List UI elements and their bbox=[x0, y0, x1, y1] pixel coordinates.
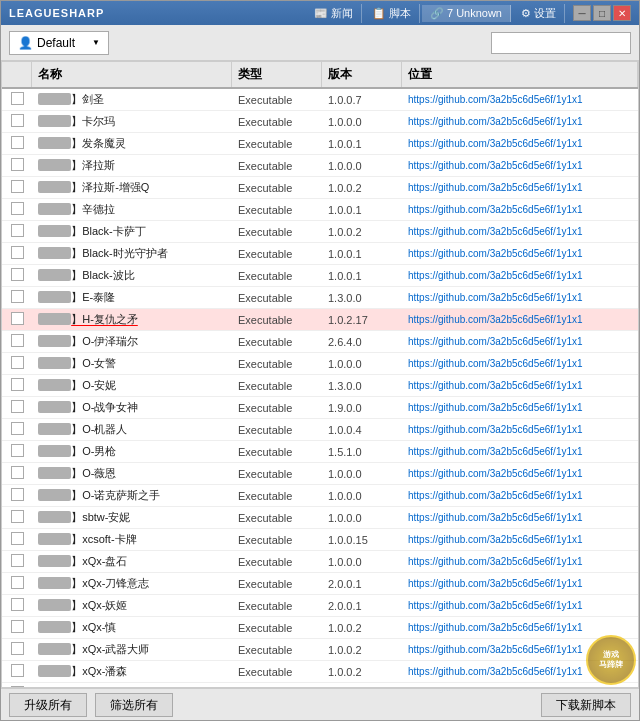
row-location[interactable]: https://github.com/3a2b5c6d5e6f/1y1x1 bbox=[402, 620, 638, 635]
row-location[interactable]: https://github.com/3a2b5c6d5e6f/1y1x1 bbox=[402, 466, 638, 481]
row-location[interactable]: https://github.com/3a2b5c6d5e6f/1y1x1 bbox=[402, 356, 638, 371]
table-row[interactable]: ████】xQx-武器大师Executable1.0.0.2https://gi… bbox=[2, 639, 638, 661]
row-location[interactable]: https://github.com/3a2b5c6d5e6f/1y1x1 bbox=[402, 400, 638, 415]
row-checkbox[interactable] bbox=[2, 376, 32, 395]
row-location[interactable]: https://github.com/3a2b5c6d5e6f/1y1x1 bbox=[402, 224, 638, 239]
row-checkbox[interactable] bbox=[2, 552, 32, 571]
table-row[interactable]: ████】O-诺克萨斯之手Executable1.0.0.0https://gi… bbox=[2, 485, 638, 507]
table-row[interactable]: ████】H-复仇之矛Executable1.0.2.17https://git… bbox=[2, 309, 638, 331]
download-new-button[interactable]: 下载新脚本 bbox=[541, 693, 631, 717]
row-checkbox[interactable] bbox=[2, 530, 32, 549]
nav-scripts[interactable]: 📋 脚本 bbox=[364, 4, 420, 23]
row-location[interactable]: https://github.com/3a2b5c6d5e6f/1y1x1 bbox=[402, 444, 638, 459]
row-location[interactable]: https://github.com/3a2b5c6d5e6f/1y1x1 bbox=[402, 488, 638, 503]
table-row[interactable]: ████】xQx-刀锋意志Executable2.0.0.1https://gi… bbox=[2, 573, 638, 595]
row-checkbox[interactable] bbox=[2, 574, 32, 593]
row-checkbox[interactable] bbox=[2, 310, 32, 329]
nav-unknown[interactable]: 🔗 7 Unknown bbox=[422, 5, 511, 22]
table-row[interactable]: ████】Black-时光守护者Executable1.0.0.1https:/… bbox=[2, 243, 638, 265]
row-location[interactable]: https://github.com/3a2b5c6d5e6f/1y1x1 bbox=[402, 532, 638, 547]
row-name: ████】卡尔玛 bbox=[32, 112, 232, 131]
row-location[interactable]: https://github.com/3a2b5c6d5e6f/1y1x1 bbox=[402, 642, 638, 657]
row-checkbox[interactable] bbox=[2, 508, 32, 527]
table-row[interactable]: ████】泽拉斯Executable1.0.0.0https://github.… bbox=[2, 155, 638, 177]
minimize-button[interactable]: ─ bbox=[573, 5, 591, 21]
table-row[interactable]: ████】O-机器人Executable1.0.0.4https://githu… bbox=[2, 419, 638, 441]
filter-all-button[interactable]: 筛选所有 bbox=[95, 693, 173, 717]
row-checkbox[interactable] bbox=[2, 112, 32, 131]
row-checkbox[interactable] bbox=[2, 596, 32, 615]
table-row[interactable]: ████】Black-波比Executable1.0.0.1https://gi… bbox=[2, 265, 638, 287]
table-row[interactable]: ████】xQx-泽之Executable1.0.0.2https://gith… bbox=[2, 683, 638, 687]
table-row[interactable]: ████】O-安妮Executable1.3.0.0https://github… bbox=[2, 375, 638, 397]
table-row[interactable]: ████】O-男枪Executable1.5.1.0https://github… bbox=[2, 441, 638, 463]
row-location[interactable]: https://github.com/3a2b5c6d5e6f/1y1x1 bbox=[402, 510, 638, 525]
row-checkbox[interactable] bbox=[2, 398, 32, 417]
row-location[interactable]: https://github.com/3a2b5c6d5e6f/1y1x1 bbox=[402, 290, 638, 305]
row-location[interactable]: https://github.com/3a2b5c6d5e6f/1y1x1 bbox=[402, 114, 638, 129]
row-checkbox[interactable] bbox=[2, 618, 32, 637]
table-row[interactable]: ████】Black-卡萨丁Executable1.0.0.2https://g… bbox=[2, 221, 638, 243]
row-location[interactable]: https://github.com/3a2b5c6d5e6f/1y1x1 bbox=[402, 246, 638, 261]
row-location[interactable]: https://github.com/3a2b5c6d5e6f/1y1x1 bbox=[402, 598, 638, 613]
row-checkbox[interactable] bbox=[2, 684, 32, 687]
row-checkbox[interactable] bbox=[2, 266, 32, 285]
table-row[interactable]: ████】xQx-妖姬Executable2.0.0.1https://gith… bbox=[2, 595, 638, 617]
row-checkbox[interactable] bbox=[2, 486, 32, 505]
row-location[interactable]: https://github.com/3a2b5c6d5e6f/1y1x1 bbox=[402, 158, 638, 173]
close-button[interactable]: ✕ bbox=[613, 5, 631, 21]
profile-dropdown[interactable]: 👤 Default ▼ bbox=[9, 31, 109, 55]
table-row[interactable]: ████】xQx-潘森Executable1.0.0.2https://gith… bbox=[2, 661, 638, 683]
table-row[interactable]: ████】卡尔玛Executable1.0.0.0https://github.… bbox=[2, 111, 638, 133]
app-title: LEAGUESHARP bbox=[9, 7, 104, 19]
row-checkbox[interactable] bbox=[2, 442, 32, 461]
table-row[interactable]: ████】辛德拉Executable1.0.0.1https://github.… bbox=[2, 199, 638, 221]
row-location[interactable]: https://github.com/3a2b5c6d5e6f/1y1x1 bbox=[402, 576, 638, 591]
row-type: Executable bbox=[232, 510, 322, 526]
row-location[interactable]: https://github.com/3a2b5c6d5e6f/1y1x1 bbox=[402, 136, 638, 151]
row-checkbox[interactable] bbox=[2, 640, 32, 659]
row-checkbox[interactable] bbox=[2, 354, 32, 373]
search-input[interactable] bbox=[491, 32, 631, 54]
table-row[interactable]: ████】sbtw-安妮Executable1.0.0.0https://git… bbox=[2, 507, 638, 529]
row-checkbox[interactable] bbox=[2, 156, 32, 175]
row-location[interactable]: https://github.com/3a2b5c6d5e6f/1y1x1 bbox=[402, 334, 638, 349]
row-checkbox[interactable] bbox=[2, 464, 32, 483]
row-location[interactable]: https://github.com/3a2b5c6d5e6f/1y1x1 bbox=[402, 312, 638, 327]
table-row[interactable]: ████】xQx-盘石Executable1.0.0.0https://gith… bbox=[2, 551, 638, 573]
row-checkbox[interactable] bbox=[2, 420, 32, 439]
row-checkbox[interactable] bbox=[2, 200, 32, 219]
table-row[interactable]: ████】泽拉斯-增强QExecutable1.0.0.2https://git… bbox=[2, 177, 638, 199]
row-location[interactable]: https://github.com/3a2b5c6d5e6f/1y1x1 bbox=[402, 92, 638, 107]
table-row[interactable]: ████】O-伊泽瑞尔Executable2.6.4.0https://gith… bbox=[2, 331, 638, 353]
row-checkbox[interactable] bbox=[2, 332, 32, 351]
row-checkbox[interactable] bbox=[2, 662, 32, 681]
table-row[interactable]: ████】发条魔灵Executable1.0.0.1https://github… bbox=[2, 133, 638, 155]
row-location[interactable]: https://github.com/3a2b5c6d5e6f/1y1x1 bbox=[402, 664, 638, 679]
table-row[interactable]: ████】E-泰隆Executable1.3.0.0https://github… bbox=[2, 287, 638, 309]
table-row[interactable]: ████】O-薇恩Executable1.0.0.0https://github… bbox=[2, 463, 638, 485]
row-location[interactable]: https://github.com/3a2b5c6d5e6f/1y1x1 bbox=[402, 378, 638, 393]
table-row[interactable]: ████】xQx-慎Executable1.0.0.2https://githu… bbox=[2, 617, 638, 639]
row-checkbox[interactable] bbox=[2, 244, 32, 263]
row-checkbox[interactable] bbox=[2, 178, 32, 197]
row-location[interactable]: https://github.com/3a2b5c6d5e6f/1y1x1 bbox=[402, 180, 638, 195]
upgrade-all-button[interactable]: 升级所有 bbox=[9, 693, 87, 717]
row-location[interactable]: https://github.com/3a2b5c6d5e6f/1y1x1 bbox=[402, 422, 638, 437]
nav-news[interactable]: 📰 新闻 bbox=[306, 4, 362, 23]
row-checkbox[interactable] bbox=[2, 288, 32, 307]
row-location[interactable]: https://github.com/3a2b5c6d5e6f/1y1x1 bbox=[402, 268, 638, 283]
nav-settings[interactable]: ⚙ 设置 bbox=[513, 4, 565, 23]
table-row[interactable]: ████】O-女警Executable1.0.0.0https://github… bbox=[2, 353, 638, 375]
row-location[interactable]: https://github.com/3a2b5c6d5e6f/1y1x1 bbox=[402, 686, 638, 687]
row-location[interactable]: https://github.com/3a2b5c6d5e6f/1y1x1 bbox=[402, 202, 638, 217]
table-row[interactable]: ████】剑圣Executable1.0.0.7https://github.c… bbox=[2, 89, 638, 111]
row-version: 1.0.0.0 bbox=[322, 466, 402, 482]
row-checkbox[interactable] bbox=[2, 90, 32, 109]
row-checkbox[interactable] bbox=[2, 222, 32, 241]
row-location[interactable]: https://github.com/3a2b5c6d5e6f/1y1x1 bbox=[402, 554, 638, 569]
table-row[interactable]: ████】O-战争女神Executable1.9.0.0https://gith… bbox=[2, 397, 638, 419]
row-checkbox[interactable] bbox=[2, 134, 32, 153]
table-row[interactable]: ████】xcsoft-卡牌Executable1.0.0.15https://… bbox=[2, 529, 638, 551]
maximize-button[interactable]: □ bbox=[593, 5, 611, 21]
